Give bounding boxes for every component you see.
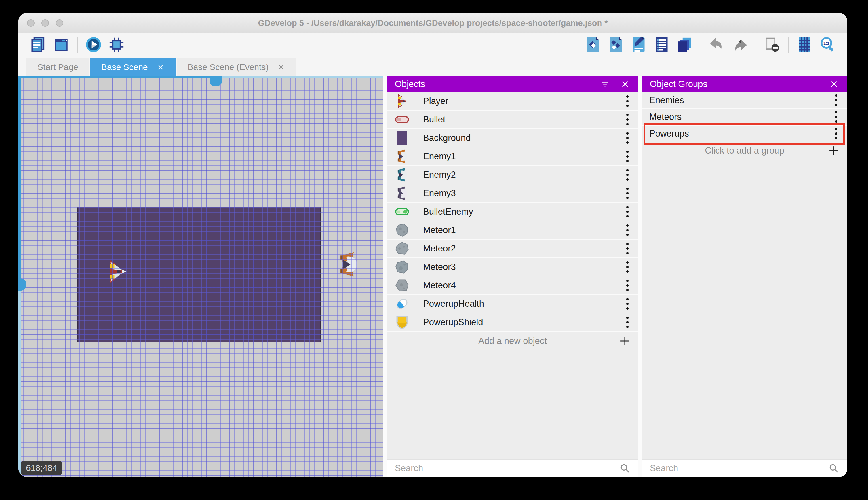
object-row-meteor1[interactable]: Meteor1: [387, 221, 638, 240]
object-context-menu-button[interactable]: [624, 315, 631, 330]
tab-close-icon[interactable]: [156, 63, 165, 71]
object-groups-panel-title: Object Groups: [650, 79, 819, 89]
meteor2-icon: [394, 240, 410, 257]
object-row-player[interactable]: Player: [387, 92, 638, 111]
object-row-enemy2[interactable]: Enemy2: [387, 166, 638, 184]
toolbar-button-layers-panel[interactable]: [675, 35, 694, 55]
toolbar-divider: [77, 37, 78, 53]
tab-close-icon[interactable]: [277, 63, 285, 71]
tab-start-page[interactable]: Start Page: [26, 58, 89, 76]
toggle-instance-mask-icon: [764, 36, 781, 54]
cursor-coordinates: 618;484: [21, 461, 62, 475]
debug-icon: [108, 36, 125, 54]
object-row-meteor3[interactable]: Meteor3: [387, 258, 638, 276]
add-object-label: Add a new object: [478, 336, 547, 346]
toolbar-button-properties-panel[interactable]: [629, 35, 648, 55]
main-toolbar: 1:1: [19, 33, 847, 56]
meteor4-icon: [394, 277, 410, 294]
meteor1-icon: [394, 222, 410, 238]
toolbar-divider: [756, 37, 756, 53]
object-context-menu-button[interactable]: [624, 149, 631, 164]
object-row-poweruphealth[interactable]: PowerupHealth: [387, 295, 638, 314]
object-context-menu-button[interactable]: [624, 130, 631, 146]
filter-icon[interactable]: [600, 79, 610, 89]
toolbar-button-toggle-instance-mask[interactable]: [763, 35, 782, 55]
canvas-vertical-scrollbar[interactable]: [19, 76, 21, 477]
toolbar-button-zoom-1-1[interactable]: 1:1: [818, 35, 837, 55]
objects-panel-icon: [584, 36, 601, 54]
scene-canvas[interactable]: 618;484: [19, 76, 383, 477]
toolbar-button-scene-window[interactable]: [52, 35, 71, 55]
properties-panel-icon: [630, 36, 647, 54]
enemy3-icon: [394, 185, 410, 201]
enemy2-icon: [394, 167, 410, 183]
group-row-meteors[interactable]: Meteors: [642, 109, 847, 126]
object-context-menu-button[interactable]: [624, 204, 631, 219]
panel-divider: [638, 76, 642, 477]
object-context-menu-button[interactable]: [624, 223, 631, 238]
group-context-menu-button[interactable]: [833, 126, 840, 141]
canvas-horizontal-scrollbar[interactable]: [19, 76, 383, 78]
close-panel-icon[interactable]: [829, 79, 839, 89]
toolbar-button-undo[interactable]: [707, 35, 726, 55]
object-row-bulletenemy[interactable]: BulletEnemy: [387, 203, 638, 221]
object-context-menu-button[interactable]: [624, 278, 631, 293]
meteor3-icon: [394, 259, 410, 275]
player-instance[interactable]: [103, 259, 129, 284]
gdevelop-window: GDevelop 5 - /Users/dkarakay/Documents/G…: [19, 13, 847, 477]
toolbar-button-instances-list[interactable]: [652, 35, 671, 55]
tab-base-scene-events[interactable]: Base Scene (Events): [177, 58, 296, 76]
enemy1-instance[interactable]: [335, 251, 362, 278]
instances-list-icon: [653, 36, 670, 54]
object-context-menu-button[interactable]: [624, 186, 631, 201]
group-context-menu-button[interactable]: [833, 110, 840, 124]
toolbar-button-debug[interactable]: [107, 35, 126, 55]
toolbar-button-objects-panel[interactable]: [583, 35, 602, 55]
object-row-enemy1[interactable]: Enemy1: [387, 147, 638, 166]
group-row-powerups[interactable]: Powerups: [642, 126, 847, 142]
toolbar-button-redo[interactable]: [730, 35, 749, 55]
groups-search-input[interactable]: [650, 463, 828, 474]
minimize-window-button[interactable]: [42, 19, 49, 27]
objects-panel: Objects Player Bullet: [387, 76, 638, 477]
object-context-menu-button[interactable]: [624, 167, 631, 182]
maximize-window-button[interactable]: [56, 19, 63, 27]
enemy1-icon: [394, 148, 410, 164]
add-object-button[interactable]: Add a new object: [387, 332, 638, 350]
close-panel-icon[interactable]: [620, 79, 630, 89]
groups-list: Enemies Meteors Powerups Click to add a …: [642, 92, 847, 459]
titlebar: GDevelop 5 - /Users/dkarakay/Documents/G…: [19, 13, 847, 33]
toolbar-button-play-preview[interactable]: [84, 35, 103, 55]
object-row-background[interactable]: Background: [387, 129, 638, 147]
plus-icon: [828, 145, 840, 157]
toolbar-button-project-manager[interactable]: [29, 35, 48, 55]
plus-icon: [619, 335, 631, 347]
group-row-enemies[interactable]: Enemies: [642, 92, 847, 109]
objects-search-bar: [387, 459, 638, 477]
close-window-button[interactable]: [27, 19, 35, 27]
toolbar-divider: [788, 37, 788, 53]
groups-search-bar: [642, 459, 847, 477]
objects-search-input[interactable]: [395, 463, 619, 474]
redo-icon: [731, 36, 748, 54]
object-row-bullet[interactable]: Bullet: [387, 111, 638, 129]
scene-window-icon: [53, 36, 70, 54]
object-context-menu-button[interactable]: [624, 94, 631, 109]
object-row-meteor2[interactable]: Meteor2: [387, 240, 638, 258]
object-context-menu-button[interactable]: [624, 260, 631, 274]
add-group-button[interactable]: Click to add a group: [642, 142, 847, 159]
object-row-meteor4[interactable]: Meteor4: [387, 276, 638, 295]
toolbar-divider: [701, 37, 701, 53]
toolbar-button-object-groups-panel[interactable]: [606, 35, 625, 55]
object-context-menu-button[interactable]: [624, 112, 631, 127]
toolbar-button-grid[interactable]: [795, 35, 814, 55]
object-row-powerupshield[interactable]: PowerupShield: [387, 314, 638, 332]
horizontal-scroll-thumb[interactable]: [210, 76, 222, 87]
object-context-menu-button[interactable]: [624, 296, 631, 311]
tab-base-scene[interactable]: Base Scene: [90, 58, 176, 76]
tab-bar: Start Page Base Scene Base Scene (Events…: [19, 56, 847, 76]
group-context-menu-button[interactable]: [833, 93, 840, 108]
object-context-menu-button[interactable]: [624, 241, 631, 256]
vertical-scroll-thumb[interactable]: [19, 278, 26, 291]
object-row-enemy3[interactable]: Enemy3: [387, 184, 638, 203]
